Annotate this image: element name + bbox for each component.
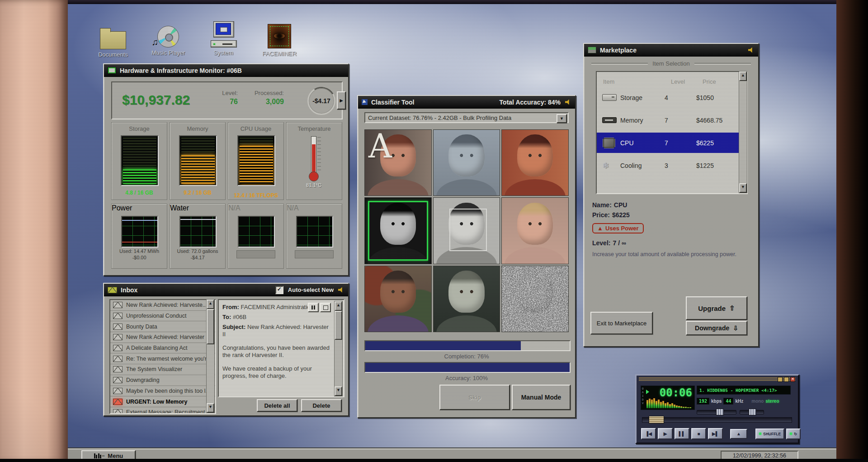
mail-row[interactable]: New Rank Achieved: Harveste... xyxy=(110,300,215,311)
scrollbar-thumb[interactable] xyxy=(335,311,342,340)
seek-handle[interactable] xyxy=(649,416,664,424)
volume-slider[interactable] xyxy=(697,410,736,414)
stop-button[interactable]: ■ xyxy=(691,428,706,439)
delete-button[interactable]: Delete xyxy=(301,399,342,412)
eject-button[interactable]: ▲ xyxy=(730,429,747,439)
total-accuracy: Total Accuracy: 84% xyxy=(500,99,561,106)
empty-graph xyxy=(296,216,333,248)
mail-row[interactable]: Downgrading xyxy=(110,375,215,386)
play-button[interactable]: ▶ xyxy=(658,428,673,439)
power-graph xyxy=(121,216,158,248)
mail-row[interactable]: The System Visualizer xyxy=(110,364,215,375)
previous-button[interactable]: ▐◀ xyxy=(641,428,656,439)
mail-row[interactable]: External Message: Recruitment xyxy=(110,407,215,414)
item-row-storage[interactable]: Storage4$1050 xyxy=(597,87,747,108)
volume-handle[interactable] xyxy=(716,409,724,415)
clutterbar[interactable]: OAIDV xyxy=(642,387,645,405)
face-tile-1[interactable]: A xyxy=(364,129,432,196)
folder-icon xyxy=(100,31,126,49)
face-tile-5[interactable] xyxy=(433,197,500,264)
faceminer-icon xyxy=(268,24,291,48)
hardware-monitor-titlebar[interactable]: Hardware & Infrastructure Monitor: #06B xyxy=(104,64,348,77)
pause-button[interactable] xyxy=(308,303,319,312)
mail-row[interactable]: A Delicate Balancing Act xyxy=(110,343,215,354)
speaker-icon[interactable] xyxy=(338,287,344,293)
scroll-up-icon[interactable]: ▲ xyxy=(739,71,747,81)
dataset-dropdown[interactable]: Current Dataset: 76.76% - 2.42GB - Bulk … xyxy=(364,112,569,123)
player-titlebar[interactable] xyxy=(639,377,796,381)
exit-marketplace-button[interactable]: Exit to Marketplace xyxy=(590,312,653,334)
scroll-up-icon[interactable]: ▲ xyxy=(207,300,214,309)
bitrate-value: 192 xyxy=(697,398,709,405)
completion-bar xyxy=(364,340,571,351)
mail-list-scrollbar[interactable]: ▲ ▼ xyxy=(206,299,215,413)
minimize-icon[interactable] xyxy=(778,377,783,382)
scroll-up-icon[interactable]: ▲ xyxy=(335,301,342,311)
envelope-icon xyxy=(113,313,123,319)
face-tile-2[interactable] xyxy=(433,129,500,196)
pause-button[interactable]: ▌▌ xyxy=(675,428,689,439)
face-tile-6[interactable] xyxy=(501,197,569,264)
mail-row[interactable]: Bounty Data xyxy=(110,321,215,332)
repeat-button[interactable]: ↻ xyxy=(786,429,801,439)
seek-bar[interactable] xyxy=(642,417,792,423)
samplerate-value: 44 xyxy=(723,398,733,405)
face-tile-7[interactable] xyxy=(364,266,432,332)
face-tile-8[interactable] xyxy=(433,266,500,332)
next-panel-button[interactable]: ▶ xyxy=(337,91,346,110)
item-row-cpu-selected[interactable]: CPU7$6225 xyxy=(597,133,747,153)
mail-row[interactable]: Maybe I've been doing this too l... xyxy=(110,386,215,397)
scroll-down-icon[interactable]: ▼ xyxy=(207,403,214,413)
face-tile-9-static[interactable] xyxy=(501,266,569,332)
spectrum-analyzer[interactable] xyxy=(646,398,693,408)
desktop-icon-documents[interactable]: Documents xyxy=(91,22,135,58)
marketplace-titlebar[interactable]: Marketplace xyxy=(584,44,758,57)
dropdown-arrow-icon[interactable]: ▼ xyxy=(557,114,567,123)
downgrade-button[interactable]: Downgrade⇩ xyxy=(686,321,747,335)
shuffle-button[interactable]: SHUFFLE xyxy=(755,429,784,439)
face-tile-4-selected[interactable] xyxy=(364,197,432,264)
classifier-titlebar[interactable]: Classifier Tool Total Accuracy: 84% xyxy=(358,96,575,109)
mail-row-selected[interactable]: URGENT: Low Memory xyxy=(110,396,215,407)
speaker-icon[interactable] xyxy=(748,47,755,53)
item-row-memory[interactable]: Memory7$4668.75 xyxy=(597,110,747,130)
mail-reading-pane: From: FACEMINER Administration To: #06B … xyxy=(218,299,344,397)
scroll-down-icon[interactable]: ▼ xyxy=(335,386,342,396)
window-title: Hardware & Infrastructure Monitor: #06B xyxy=(120,67,242,74)
scroll-down-icon[interactable]: ▼ xyxy=(739,183,747,193)
cooling-icon: ❄ xyxy=(602,162,620,170)
face-tile-3[interactable] xyxy=(501,129,569,196)
storage-gauge: Storage 4.8 / 16 GB xyxy=(111,122,167,200)
desktop-icon-music-player[interactable]: ♫ Music Player xyxy=(146,20,190,56)
storage-icon xyxy=(602,94,617,101)
upgrade-button[interactable]: Upgrade⇧ xyxy=(686,296,747,320)
close-icon[interactable]: ✕ xyxy=(790,377,795,382)
item-list-scrollbar[interactable]: ▲ ▼ xyxy=(739,71,747,193)
speaker-icon[interactable] xyxy=(565,99,571,105)
delete-all-button[interactable]: Delete all xyxy=(257,399,297,412)
scrollbar-thumb[interactable] xyxy=(207,309,214,344)
next-button[interactable]: ▶▌ xyxy=(708,428,723,439)
mono-indicator: mono xyxy=(751,399,764,404)
water-meter: Water Used: 72.0 gallons -$4.17 xyxy=(170,204,226,269)
manual-mode-button[interactable]: Manual Mode xyxy=(512,385,571,410)
detail-description: Increase your total amount of available … xyxy=(592,251,750,257)
mail-pane-scrollbar[interactable]: ▲ ▼ xyxy=(334,301,343,396)
shuffle-led-icon xyxy=(759,433,761,435)
mail-row[interactable]: Unprofessional Conduct xyxy=(110,311,215,322)
music-notes-icon: ♫ xyxy=(152,37,159,48)
balance-slider[interactable] xyxy=(740,410,764,414)
shade-icon[interactable] xyxy=(784,377,789,382)
popout-button[interactable] xyxy=(320,303,331,312)
desktop-icon-system[interactable]: System xyxy=(202,20,245,56)
mail-row[interactable]: Re: The warmest welcome you'r... xyxy=(110,353,215,364)
balance-handle[interactable] xyxy=(749,409,756,415)
mail-list: New Rank Achieved: Harveste... Unprofess… xyxy=(109,299,216,414)
autoselect-checkbox[interactable]: ✓ xyxy=(275,286,283,294)
item-row-cooling[interactable]: ❄ Cooling3$1225 xyxy=(597,155,747,176)
inbox-titlebar[interactable]: Inbox ✓ Auto-select New xyxy=(104,284,348,296)
mail-row[interactable]: New Rank Achieved: Harvester I xyxy=(110,332,215,343)
skip-button[interactable]: Skip xyxy=(439,385,510,410)
desktop-icon-faceminer[interactable]: FACEMINER xyxy=(258,21,301,57)
detail-level: Level:7 / ∞ xyxy=(592,239,626,247)
